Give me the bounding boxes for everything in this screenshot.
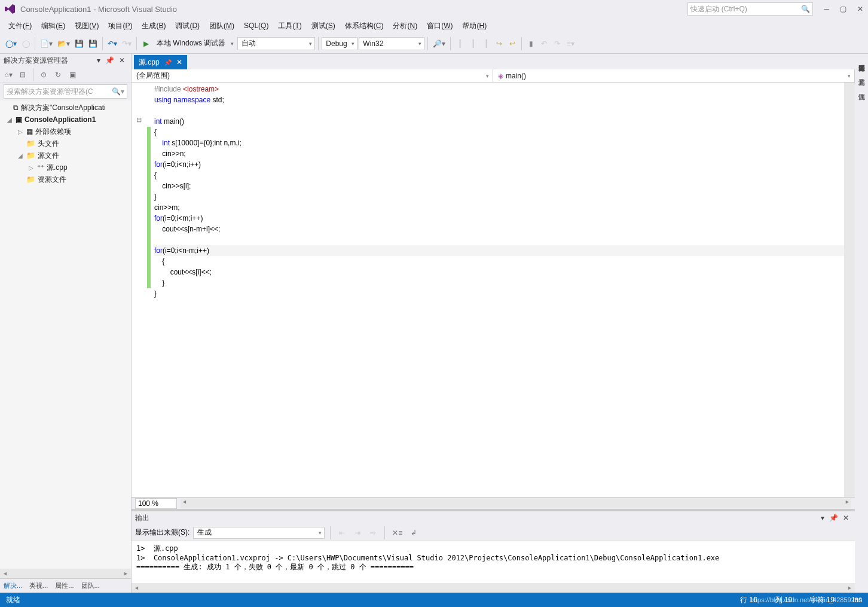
doc-tab-source[interactable]: 源.cpp 📌 ✕	[134, 55, 187, 69]
menu-item[interactable]: 文件(F)	[5, 20, 35, 32]
menu-item[interactable]: 团队(M)	[206, 20, 238, 32]
output-close-icon[interactable]: ✕	[843, 514, 849, 522]
right-tab[interactable]: 工具箱	[856, 71, 867, 78]
goto-icon[interactable]: ⇨	[367, 526, 379, 539]
solution-search-input[interactable]: 搜索解决方案资源管理器(C 🔍▾	[4, 84, 127, 99]
sidebar-bottom-tab[interactable]: 类视...	[26, 580, 51, 591]
code-editor[interactable]: ⊟ #include <iostream>using namespace std…	[132, 83, 855, 497]
menu-item[interactable]: 测试(S)	[308, 20, 339, 32]
menu-item[interactable]: 视图(V)	[71, 20, 102, 32]
start-debug-button[interactable]: ▶	[140, 37, 152, 50]
sidebar-hscrollbar[interactable]: ◄►	[0, 569, 131, 578]
sync-icon[interactable]: ⊙	[38, 68, 50, 81]
show-all-icon[interactable]: ▣	[66, 68, 78, 81]
pin-icon[interactable]: 📌	[105, 56, 114, 65]
undo-button[interactable]: ↶▾	[106, 37, 119, 50]
save-all-button[interactable]: 💾	[87, 37, 99, 50]
menu-item[interactable]: 体系结构(C)	[341, 20, 387, 32]
output-hscrollbar[interactable]: ◄►	[132, 583, 855, 593]
clear-output-icon[interactable]: ✕≡	[390, 526, 404, 539]
output-source-label: 显示输出来源(S):	[135, 527, 190, 538]
scope-combo[interactable]: (全局范围)	[132, 69, 493, 82]
config-debug-combo[interactable]: Debug	[322, 37, 357, 50]
output-dropdown-icon[interactable]: ▾	[821, 514, 824, 522]
bookmark-icon[interactable]: ┃	[480, 37, 492, 50]
quick-launch-input[interactable]: 快速启动 (Ctrl+Q) 🔍	[687, 2, 813, 16]
step-icon[interactable]: ↪	[493, 37, 505, 50]
window-title: ConsoleApplication1 - Microsoft Visual S…	[20, 5, 687, 14]
tree-source-file[interactable]: ▷⁺⁺ 源.cpp	[0, 161, 131, 173]
tree-sources[interactable]: ◢📁 源文件	[0, 150, 131, 161]
solution-explorer-title: 解决方案资源管理器	[4, 56, 68, 66]
menu-item[interactable]: 生成(B)	[138, 20, 169, 32]
misc1-icon[interactable]: ▮	[525, 37, 537, 50]
menu-item[interactable]: SQL(Q)	[240, 20, 272, 31]
solution-explorer-panel: 解决方案资源管理器 ▾ 📌 ✕ ⌂▾ ⊟ ⊙ ↻ ▣ 搜索解决方案资源管理器(C…	[0, 54, 132, 593]
doc-tab-label: 源.cpp	[139, 57, 160, 68]
solution-tree[interactable]: ⧉ 解决方案"ConsoleApplicati ◢▣ ConsoleApplic…	[0, 100, 131, 569]
misc3-icon[interactable]: ↷	[551, 37, 563, 50]
tree-solution-root[interactable]: ⧉ 解决方案"ConsoleApplicati	[0, 102, 131, 114]
redo-button[interactable]: ↷▾	[120, 37, 133, 50]
function-combo[interactable]: ◈main()	[493, 69, 855, 82]
editor-vscrollbar[interactable]	[844, 83, 855, 497]
editor-hscrollbar[interactable]	[181, 499, 851, 508]
solution-explorer-header: 解决方案资源管理器 ▾ 📌 ✕	[0, 54, 131, 67]
dropdown-icon[interactable]: ▾	[97, 56, 100, 65]
quick-launch-placeholder: 快速启动 (Ctrl+Q)	[690, 4, 747, 14]
menu-item[interactable]: 分析(N)	[389, 20, 421, 32]
comment-icon[interactable]: ┃	[454, 37, 466, 50]
close-icon[interactable]: ✕	[857, 5, 863, 13]
wrap-icon[interactable]: ↲	[408, 526, 420, 539]
status-ready: 就绪	[6, 595, 20, 605]
tree-project[interactable]: ◢▣ ConsoleApplication1	[0, 114, 131, 126]
menu-item[interactable]: 窗口(W)	[423, 20, 456, 32]
sidebar-bottom-tab[interactable]: 属性...	[51, 580, 77, 591]
misc4-icon[interactable]: ≡▾	[564, 37, 576, 50]
nav-back-button[interactable]: ◯▾	[4, 37, 19, 50]
menu-item[interactable]: 帮助(H)	[459, 20, 490, 32]
minimize-icon[interactable]: ─	[824, 5, 829, 13]
menu-item[interactable]: 调试(D)	[172, 20, 203, 32]
debugger-target-combo[interactable]: 本地 Windows 调试器	[153, 37, 236, 50]
sidebar-bottom-tab[interactable]: 解决...	[0, 580, 26, 591]
config-platform-combo[interactable]: Win32	[359, 37, 424, 50]
tree-external-deps[interactable]: ▷▦ 外部依赖项	[0, 126, 131, 138]
collapse-icon[interactable]: ⊟	[17, 68, 29, 81]
zoom-combo[interactable]: 100 %	[135, 498, 177, 509]
zoom-bar: 100 %	[132, 497, 855, 509]
maximize-icon[interactable]: ▢	[840, 5, 846, 13]
pin-tab-icon[interactable]: 📌	[164, 59, 172, 66]
config-auto-combo[interactable]: 自动	[237, 37, 315, 50]
code-content[interactable]: #include <iostream>using namespace std; …	[152, 83, 844, 497]
open-button[interactable]: 📂▾	[56, 37, 72, 50]
menu-item[interactable]: 工具(T)	[274, 20, 305, 32]
nav-bar: (全局范围) ◈main()	[132, 69, 855, 83]
tree-resources[interactable]: 📁 资源文件	[0, 173, 131, 185]
find-in-files-icon[interactable]: 🔎▾	[431, 37, 447, 50]
save-button[interactable]: 💾	[73, 37, 85, 50]
panel-close-icon[interactable]: ✕	[119, 56, 125, 65]
uncomment-icon[interactable]: ┃	[467, 37, 479, 50]
step-out-icon[interactable]: ↩	[506, 37, 518, 50]
output-pin-icon[interactable]: 📌	[829, 514, 838, 522]
goto-next-icon[interactable]: ⇥	[352, 526, 363, 539]
search-icon: 🔍	[801, 5, 810, 13]
home-icon[interactable]: ⌂▾	[2, 68, 14, 81]
document-tabs: 源.cpp 📌 ✕	[132, 54, 855, 69]
new-project-button[interactable]: 📄▾	[38, 37, 54, 50]
menu-item[interactable]: 项目(P)	[105, 20, 136, 32]
right-tab[interactable]: 服务器资源管理器	[856, 56, 867, 63]
output-body[interactable]: 1> 源.cpp 1> ConsoleApplication1.vcxproj …	[132, 541, 855, 583]
nav-fwd-button[interactable]: ◯	[20, 37, 32, 50]
refresh-icon[interactable]: ↻	[52, 68, 64, 81]
menu-item[interactable]: 编辑(E)	[38, 20, 69, 32]
output-source-combo[interactable]: 生成	[193, 527, 325, 539]
misc2-icon[interactable]: ↶	[538, 37, 550, 50]
goto-prev-icon[interactable]: ⇤	[336, 526, 348, 539]
close-tab-icon[interactable]: ✕	[176, 58, 182, 66]
sidebar-bottom-tab[interactable]: 团队...	[78, 580, 103, 591]
right-tab[interactable]: 属性	[856, 85, 867, 92]
solution-search-placeholder: 搜索解决方案资源管理器(C	[7, 87, 93, 97]
tree-headers[interactable]: 📁 头文件	[0, 138, 131, 150]
